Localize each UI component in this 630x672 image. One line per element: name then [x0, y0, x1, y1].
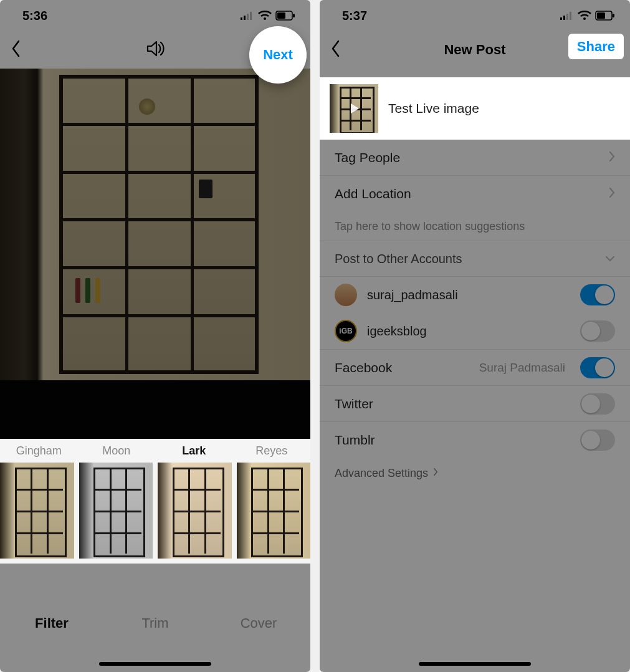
post-other-accounts-row[interactable]: Post to Other Accounts — [320, 241, 630, 277]
avatar — [335, 284, 357, 306]
tab-filter[interactable]: Filter — [0, 615, 103, 631]
new-post-screen: 5:37 New Post Share Test Live image Tag … — [320, 0, 630, 672]
add-location-row[interactable]: Add Location — [320, 176, 630, 212]
status-bar: 5:36 — [0, 0, 310, 31]
filter-thumb-moon[interactable] — [79, 463, 153, 559]
media-thumbnail[interactable] — [330, 84, 378, 133]
svg-rect-7 — [293, 14, 295, 17]
account-row-igeeksblog: iGB igeeksblog — [320, 313, 630, 349]
add-location-label: Add Location — [335, 186, 411, 201]
account-name: igeeksblog — [367, 324, 570, 338]
filter-carousel[interactable]: Gingham Moon Lark Reyes — [0, 439, 310, 564]
share-tumblr-row: Tumblr — [320, 421, 630, 458]
svg-rect-6 — [277, 12, 285, 19]
share-tumblr-label: Tumblr — [335, 433, 573, 448]
svg-rect-0 — [241, 17, 242, 20]
back-icon[interactable] — [331, 40, 341, 60]
location-hint-label: Tap here to show location suggestions — [335, 220, 525, 233]
advanced-settings-row[interactable]: Advanced Settings — [320, 458, 630, 489]
status-bar: 5:37 — [320, 0, 630, 31]
filter-option-gingham[interactable]: Gingham — [0, 444, 78, 458]
toggle-facebook[interactable] — [580, 357, 615, 378]
filter-screen: 5:36 Next — [0, 0, 310, 672]
tab-trim[interactable]: Trim — [103, 615, 207, 631]
cellular-signal-icon — [560, 11, 574, 20]
caption-input[interactable]: Test Live image — [388, 101, 479, 116]
toggle-twitter[interactable] — [580, 393, 615, 415]
svg-point-12 — [583, 17, 586, 20]
tag-people-row[interactable]: Tag People — [320, 140, 630, 176]
chevron-right-icon — [609, 151, 615, 165]
filter-option-lark[interactable]: Lark — [155, 444, 233, 458]
account-row-suraj: suraj_padmasali — [320, 277, 630, 313]
sound-icon[interactable] — [145, 39, 165, 61]
post-other-label: Post to Other Accounts — [335, 252, 462, 266]
svg-rect-1 — [244, 16, 246, 20]
filter-thumb-gingham[interactable] — [0, 463, 74, 559]
preview-gap — [0, 380, 310, 439]
svg-rect-9 — [563, 16, 565, 20]
svg-point-4 — [264, 17, 266, 20]
editor-tabs: Filter Trim Cover — [0, 598, 310, 648]
cellular-signal-icon — [241, 11, 254, 20]
share-facebook-label: Facebook — [335, 360, 472, 375]
battery-icon — [275, 11, 295, 21]
back-icon[interactable] — [11, 40, 21, 60]
tab-cover[interactable]: Cover — [207, 615, 310, 631]
account-name: suraj_padmasali — [367, 288, 570, 302]
highlight-next[interactable]: Next — [249, 26, 307, 84]
caption-row[interactable]: Test Live image — [320, 77, 630, 140]
svg-rect-10 — [566, 14, 568, 20]
highlight-share-button[interactable]: Share — [568, 34, 624, 59]
svg-rect-8 — [560, 17, 562, 20]
svg-rect-14 — [597, 12, 605, 19]
status-time: 5:37 — [342, 9, 367, 23]
wifi-icon — [578, 11, 591, 21]
highlight-next-label: Next — [263, 47, 293, 63]
play-icon — [330, 84, 378, 133]
location-hint[interactable]: Tap here to show location suggestions — [320, 212, 630, 241]
share-facebook-sub: Suraj Padmasali — [479, 361, 565, 375]
video-preview[interactable] — [0, 69, 310, 380]
advanced-settings-label: Advanced Settings — [335, 467, 428, 480]
filter-option-moon[interactable]: Moon — [78, 444, 156, 458]
share-twitter-label: Twitter — [335, 396, 573, 411]
wifi-icon — [258, 11, 272, 21]
svg-rect-11 — [570, 12, 571, 20]
toggle-tumblr[interactable] — [580, 430, 615, 451]
avatar: iGB — [335, 320, 357, 342]
filter-option-reyes[interactable]: Reyes — [233, 444, 311, 458]
share-twitter-row: Twitter — [320, 385, 630, 421]
share-facebook-row: Facebook Suraj Padmasali — [320, 349, 630, 385]
post-settings: Tag People Add Location Tap here to show… — [320, 140, 630, 672]
svg-rect-3 — [250, 12, 252, 20]
home-indicator[interactable] — [419, 662, 531, 666]
filter-thumb-lark[interactable] — [158, 463, 232, 559]
toggle-account-igeeksblog[interactable] — [580, 320, 615, 342]
battery-icon — [595, 11, 615, 21]
home-indicator[interactable] — [99, 662, 211, 666]
chevron-right-icon — [433, 468, 438, 479]
filter-thumb-reyes[interactable] — [237, 463, 311, 559]
chevron-right-icon — [609, 187, 615, 201]
svg-rect-15 — [613, 14, 614, 17]
chevron-down-icon — [605, 253, 615, 264]
tag-people-label: Tag People — [335, 150, 400, 165]
status-time: 5:36 — [22, 9, 47, 23]
toggle-account-suraj[interactable] — [580, 284, 615, 305]
svg-rect-2 — [247, 14, 249, 20]
page-title: New Post — [444, 42, 505, 58]
